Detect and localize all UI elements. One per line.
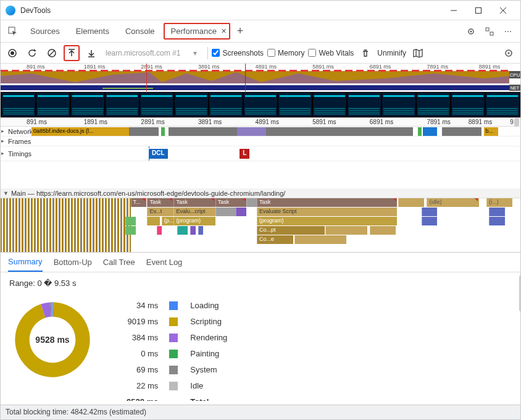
reload-record-button[interactable] (24, 45, 40, 61)
close-window-button[interactable] (491, 2, 515, 19)
flame-block[interactable] (398, 198, 424, 207)
inspect-icon[interactable] (4, 23, 22, 40)
selection-handle-right[interactable] (245, 64, 246, 91)
dock-side-icon[interactable] (481, 23, 498, 40)
flame-idle[interactable]: (i...) (486, 198, 512, 207)
flame-block[interactable]: Ev...t (147, 208, 173, 216)
filmstrip-frame[interactable] (278, 93, 312, 117)
more-menu-icon[interactable]: ⋯ (499, 23, 517, 40)
filmstrip-frame[interactable] (2, 93, 35, 117)
garbage-collect-icon[interactable] (357, 45, 373, 61)
collapse-icon[interactable]: ▼ (3, 190, 9, 196)
network-item[interactable] (442, 127, 481, 136)
timings-track[interactable]: Timings DCL L (1, 146, 520, 161)
flame-block[interactable]: (program) (173, 217, 215, 225)
flame-block[interactable] (236, 208, 246, 216)
flame-block[interactable]: Evalu...cript (173, 208, 215, 216)
flame-chart[interactable]: T... Task Task Task Task (idle) (i...) E… (1, 198, 520, 253)
save-profile-button[interactable] (83, 45, 99, 61)
record-button[interactable] (4, 45, 20, 61)
main-thread-header[interactable]: ▼ Main — https://learn.microsoft.com/en-… (1, 188, 520, 198)
network-item[interactable] (161, 127, 165, 136)
flame-block[interactable] (489, 208, 504, 216)
dcl-marker[interactable]: DCL (149, 149, 168, 159)
flame-block[interactable] (370, 226, 396, 235)
flame-block[interactable] (198, 226, 203, 235)
flame-block[interactable] (147, 217, 160, 225)
flame-block[interactable] (325, 226, 367, 235)
webvitals-checkbox[interactable]: Web Vitals (308, 49, 354, 57)
flame-block[interactable] (125, 226, 136, 235)
flame-block[interactable] (422, 208, 437, 216)
network-item[interactable] (129, 127, 159, 136)
filmstrip-frame[interactable] (451, 93, 485, 117)
filmstrip-frame[interactable] (417, 93, 450, 117)
flame-block[interactable] (294, 235, 346, 244)
map-icon[interactable] (410, 45, 426, 61)
capture-settings-icon[interactable] (501, 45, 517, 61)
network-item[interactable] (418, 127, 422, 136)
flame-block[interactable] (190, 226, 195, 235)
filmstrip-frame[interactable] (209, 93, 243, 117)
flame-idle[interactable]: (idle) (427, 198, 478, 207)
tab-event-log[interactable]: Event Log (146, 253, 183, 271)
recording-source[interactable]: learn.microsoft.com #1 (106, 49, 180, 57)
filmstrip-frame[interactable] (36, 93, 70, 117)
flame-block[interactable]: Co...e (257, 235, 293, 244)
filmstrip-frame[interactable] (106, 93, 139, 117)
overview-minimap[interactable]: 891 ms 1891 ms 2891 ms 3891 ms 4891 ms 5… (1, 64, 520, 92)
flame-task[interactable]: Task (257, 198, 397, 207)
flame-block[interactable] (157, 226, 162, 235)
flame-block[interactable] (422, 217, 437, 225)
network-item[interactable] (237, 127, 267, 136)
flame-block[interactable]: (p...) (162, 217, 173, 225)
minimize-button[interactable] (441, 2, 466, 19)
flame-block[interactable]: Evaluate Script (257, 208, 397, 216)
tab-elements[interactable]: Elements (69, 23, 117, 40)
screenshots-checkbox[interactable]: Screenshots (212, 49, 264, 57)
settings-gear-icon[interactable] (462, 23, 480, 40)
selection-handle-left[interactable] (146, 64, 147, 91)
maximize-button[interactable] (466, 2, 491, 19)
tab-summary[interactable]: Summary (8, 253, 43, 272)
unminify-button[interactable]: Unminify (377, 49, 406, 57)
screenshot-filmstrip[interactable] (1, 92, 520, 118)
load-profile-button[interactable] (64, 45, 80, 61)
network-item[interactable] (423, 127, 438, 136)
flame-block[interactable] (177, 226, 188, 235)
flame-block[interactable] (215, 208, 236, 216)
network-track[interactable]: Network 0a85bf.index-docs.js (l... b... (1, 127, 520, 136)
flame-block[interactable]: Co...pt (257, 226, 324, 235)
filmstrip-frame[interactable] (175, 93, 208, 117)
network-item[interactable]: 0a85bf.index-docs.js (l... (31, 127, 129, 136)
network-item[interactable] (169, 127, 237, 136)
network-item[interactable] (266, 127, 413, 136)
tab-sources[interactable]: Sources (23, 23, 67, 40)
filmstrip-frame[interactable] (71, 93, 104, 117)
tab-call-tree[interactable]: Call Tree (103, 253, 135, 271)
scrollbar-thumb[interactable] (514, 118, 519, 127)
scrollbar-thumb[interactable] (519, 275, 520, 312)
flame-task[interactable]: Task (173, 198, 215, 207)
filmstrip-frame[interactable] (313, 93, 346, 117)
flame-block[interactable] (246, 198, 257, 207)
flame-block[interactable] (125, 217, 136, 225)
memory-checkbox[interactable]: Memory (267, 49, 304, 57)
close-tab-icon[interactable]: ✕ (221, 27, 227, 35)
flame-block[interactable] (489, 217, 504, 225)
flame-block[interactable]: (program) (257, 217, 397, 225)
tab-bottom-up[interactable]: Bottom-Up (54, 253, 92, 271)
filmstrip-frame[interactable] (244, 93, 277, 117)
clear-button[interactable] (44, 45, 60, 61)
filmstrip-frame[interactable] (486, 93, 519, 117)
network-item[interactable]: b... (484, 127, 499, 136)
filmstrip-frame[interactable] (140, 93, 173, 117)
filmstrip-frame[interactable] (348, 93, 381, 117)
frames-track[interactable]: Frames (1, 136, 520, 146)
tab-console[interactable]: Console (118, 23, 162, 40)
source-dropdown-icon[interactable]: ▾ (186, 44, 204, 62)
filmstrip-frame[interactable] (382, 93, 415, 117)
tab-performance[interactable]: Performance ✕ (164, 23, 230, 40)
add-tab-button[interactable]: + (231, 23, 249, 40)
load-marker[interactable]: L (240, 149, 249, 159)
